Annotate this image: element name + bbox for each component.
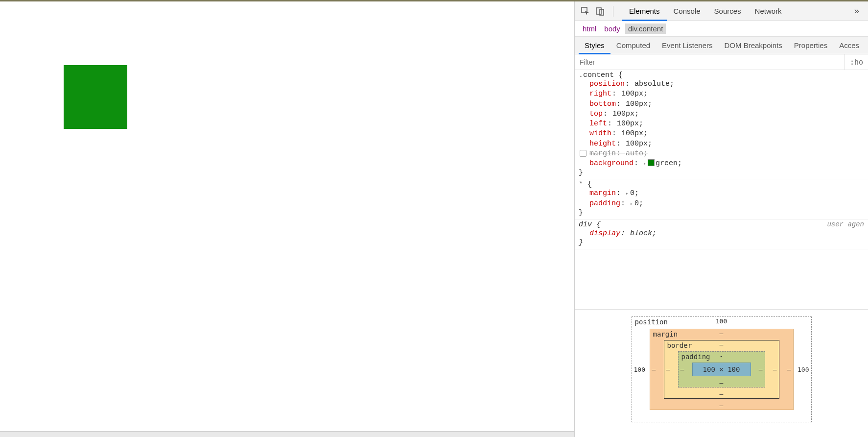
css-declaration[interactable]: width: 100px; xyxy=(579,129,864,139)
css-property-name[interactable]: position xyxy=(589,80,625,88)
css-declaration[interactable]: top: 100px; xyxy=(579,109,864,119)
page-viewport[interactable] xyxy=(0,1,574,437)
boxmodel-padding-layer[interactable]: padding - – – – 100 × 100 xyxy=(678,351,765,388)
rule-selector-line[interactable]: div { xyxy=(579,220,864,229)
css-property-value[interactable]: absolute xyxy=(634,80,670,88)
panel-tab-properties[interactable]: Properties xyxy=(788,37,833,54)
panel-tab-computed[interactable]: Computed xyxy=(610,37,656,54)
css-property-value[interactable]: 100px xyxy=(612,110,634,118)
boxmodel-margin-layer[interactable]: margin – – – – border – – – – padding xyxy=(650,329,794,410)
rule-selector[interactable]: .content xyxy=(579,71,614,79)
colon: : xyxy=(612,129,621,138)
semicolon: ; xyxy=(639,199,643,208)
css-declaration[interactable]: height: 100px; xyxy=(579,139,864,149)
css-declaration[interactable]: position: absolute; xyxy=(579,79,864,89)
panel-tab-styles[interactable]: Styles xyxy=(579,37,610,54)
color-swatch-icon[interactable] xyxy=(648,159,655,166)
css-property-name[interactable]: margin xyxy=(589,189,616,197)
css-property-value[interactable]: 100px xyxy=(626,100,648,108)
css-rule[interactable]: * {margin: ▸0;padding: ▸0;} xyxy=(575,179,868,219)
expand-shorthand-icon[interactable]: ▸ xyxy=(630,201,633,207)
css-property-value[interactable]: 0 xyxy=(630,189,634,197)
breadcrumb-item[interactable]: body xyxy=(601,24,623,34)
boxmodel-padding-top[interactable]: - xyxy=(720,352,724,360)
inspect-element-icon[interactable] xyxy=(580,5,591,17)
css-property-value[interactable]: 0 xyxy=(634,199,639,208)
boxmodel-position-left[interactable]: 100 xyxy=(634,366,645,373)
css-property-name[interactable]: right xyxy=(589,90,611,98)
boxmodel-border-top[interactable]: – xyxy=(720,341,724,348)
css-declaration[interactable]: left: 100px; xyxy=(579,119,864,129)
panel-tab-dom-breakpoints[interactable]: DOM Breakpoints xyxy=(718,37,788,54)
devtools-tab-network[interactable]: Network xyxy=(748,1,789,21)
semicolon: ; xyxy=(643,149,648,158)
boxmodel-border-right[interactable]: – xyxy=(773,366,777,373)
css-declaration[interactable]: margin: ▸0; xyxy=(579,189,864,198)
css-property-value[interactable]: 100px xyxy=(621,129,643,138)
breadcrumb-item[interactable]: html xyxy=(580,24,599,34)
css-property-name[interactable]: background xyxy=(589,159,633,168)
boxmodel-position-top[interactable]: 100 xyxy=(716,317,727,325)
inspected-element-content-div[interactable] xyxy=(64,65,127,129)
boxmodel-padding-left[interactable]: – xyxy=(680,366,684,373)
css-property-value[interactable]: auto xyxy=(626,149,643,158)
rule-selector[interactable]: div xyxy=(579,220,592,229)
colon: : xyxy=(603,110,612,118)
rule-selector-line[interactable]: .content { xyxy=(579,71,864,79)
css-declaration[interactable]: padding: ▸0; xyxy=(579,199,864,209)
boxmodel-content-size[interactable]: 100 × 100 xyxy=(692,363,751,376)
css-property-value[interactable]: green xyxy=(656,159,678,168)
css-property-name[interactable]: margin xyxy=(589,149,616,158)
colon: : xyxy=(634,159,643,168)
boxmodel-border-left[interactable]: – xyxy=(666,366,670,373)
boxmodel-margin-bottom[interactable]: – xyxy=(720,402,724,409)
more-tabs-icon[interactable]: » xyxy=(850,6,863,16)
boxmodel-padding-right[interactable]: – xyxy=(759,366,763,373)
device-toolbar-icon[interactable] xyxy=(594,5,606,17)
css-declaration[interactable]: right: 100px; xyxy=(579,89,864,99)
css-property-value[interactable]: 100px xyxy=(621,90,643,98)
boxmodel-border-bottom[interactable]: – xyxy=(720,390,724,398)
boxmodel-padding-bottom[interactable]: – xyxy=(720,379,724,387)
rule-selector-line[interactable]: * { xyxy=(579,180,864,189)
css-rule[interactable]: .content {position: absolute;right: 100p… xyxy=(575,70,868,179)
boxmodel-position-label: position xyxy=(635,318,668,326)
css-property-name[interactable]: width xyxy=(589,129,611,138)
expand-shorthand-icon[interactable]: ▸ xyxy=(643,161,646,167)
css-property-name[interactable]: top xyxy=(589,110,603,118)
css-property-value[interactable]: 100px xyxy=(626,140,648,148)
rule-selector[interactable]: * xyxy=(579,180,583,189)
css-property-name[interactable]: display xyxy=(589,229,620,238)
css-rule[interactable]: user agendiv {display: block;} xyxy=(575,219,868,249)
boxmodel-margin-top[interactable]: – xyxy=(720,330,724,337)
css-property-name[interactable]: height xyxy=(589,140,616,148)
property-enable-checkbox[interactable] xyxy=(580,150,586,157)
boxmodel-border-layer[interactable]: border – – – – padding - – – – 10 xyxy=(664,340,779,399)
css-property-value[interactable]: 100px xyxy=(617,120,639,128)
breadcrumb-item[interactable]: div.content xyxy=(625,24,666,34)
css-property-name[interactable]: padding xyxy=(589,199,620,208)
devtools-tab-sources[interactable]: Sources xyxy=(707,1,748,21)
colon: : xyxy=(625,80,634,88)
css-property-name[interactable]: bottom xyxy=(589,100,616,108)
panel-tab-acces[interactable]: Acces xyxy=(833,37,865,54)
boxmodel-position-layer[interactable]: position 100 100 100 margin – – – – bord… xyxy=(632,316,812,422)
expand-shorthand-icon[interactable]: ▸ xyxy=(626,191,629,196)
css-declaration[interactable]: display: block; xyxy=(579,229,864,239)
devtools-main-tabs: ElementsConsoleSourcesNetwork xyxy=(622,1,789,21)
pseudo-class-toggle[interactable]: :ho xyxy=(845,54,868,70)
css-declaration[interactable]: background: ▸green; xyxy=(579,159,864,169)
styles-pane[interactable]: .content {position: absolute;right: 100p… xyxy=(575,70,868,309)
devtools-tab-elements[interactable]: Elements xyxy=(622,1,667,21)
boxmodel-margin-left[interactable]: – xyxy=(652,366,656,373)
css-property-value[interactable]: block xyxy=(630,229,652,238)
devtools-tab-console[interactable]: Console xyxy=(667,1,707,21)
css-declaration[interactable]: bottom: 100px; xyxy=(579,99,864,109)
panel-tab-event-listeners[interactable]: Event Listeners xyxy=(656,37,718,54)
horizontal-scrollbar[interactable] xyxy=(0,431,574,437)
styles-filter-input[interactable] xyxy=(575,54,845,70)
css-declaration[interactable]: margin: auto; xyxy=(579,149,864,159)
css-property-name[interactable]: left xyxy=(589,120,607,128)
boxmodel-position-right[interactable]: 100 xyxy=(798,366,809,373)
boxmodel-margin-right[interactable]: – xyxy=(787,366,791,373)
